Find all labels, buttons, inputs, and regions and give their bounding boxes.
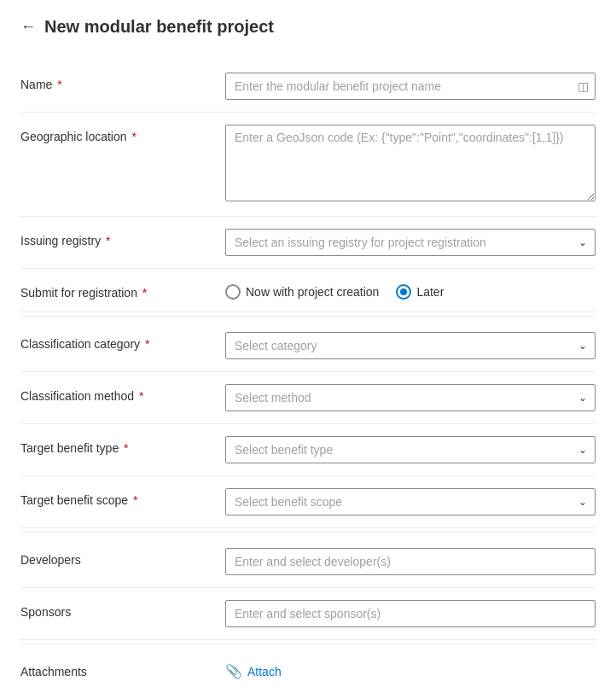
classification-category-select-wrapper: Select category ⌄ bbox=[225, 332, 596, 359]
issuing-registry-row: Issuing registry * Select an issuing reg… bbox=[20, 217, 596, 269]
issuing-registry-select[interactable]: Select an issuing registry for project r… bbox=[225, 229, 596, 256]
geographic-location-row: Geographic location * bbox=[20, 113, 596, 217]
radio-now-circle bbox=[225, 284, 241, 300]
classification-method-row: Classification method * Select method ⌄ bbox=[20, 372, 596, 424]
geo-required: * bbox=[129, 130, 137, 143]
attachments-control: 📎 Attach bbox=[225, 660, 596, 679]
form-section: Name * ◫ Geographic location * Issuing r… bbox=[20, 61, 596, 691]
classification-method-control: Select method ⌄ bbox=[225, 384, 596, 411]
method-required: * bbox=[136, 389, 143, 403]
submit-registration-label: Submit for registration * bbox=[20, 281, 225, 300]
geographic-location-label: Geographic location * bbox=[20, 125, 225, 143]
scope-required: * bbox=[130, 493, 137, 507]
attachments-label: Attachments bbox=[20, 660, 225, 678]
attach-label: Attach bbox=[247, 665, 282, 678]
target-benefit-scope-select-wrapper: Select benefit scope ⌄ bbox=[225, 488, 596, 515]
type-required: * bbox=[120, 441, 128, 455]
developers-row: Developers bbox=[20, 536, 596, 588]
radio-later-label: Later bbox=[416, 285, 444, 299]
issuing-registry-label: Issuing registry * bbox=[20, 229, 225, 248]
name-row: Name * ◫ bbox=[20, 61, 596, 113]
sponsors-label: Sponsors bbox=[20, 600, 225, 619]
radio-group: Now with project creation Later bbox=[225, 281, 596, 300]
sponsors-control bbox=[225, 600, 596, 627]
developers-input[interactable] bbox=[225, 548, 596, 575]
geographic-location-control bbox=[225, 125, 596, 204]
developers-label: Developers bbox=[20, 548, 225, 567]
sponsors-input[interactable] bbox=[225, 600, 596, 627]
section-divider-2 bbox=[20, 532, 596, 533]
header: ← New modular benefit project bbox=[20, 17, 596, 37]
geographic-location-input[interactable] bbox=[225, 125, 596, 201]
attachments-row: Attachments 📎 Attach bbox=[20, 648, 596, 691]
classification-category-control: Select category ⌄ bbox=[225, 332, 596, 359]
name-icon: ◫ bbox=[578, 79, 589, 93]
attach-button[interactable]: 📎 Attach bbox=[225, 660, 596, 679]
name-input-wrapper: ◫ bbox=[225, 73, 596, 100]
page-container: ← New modular benefit project Name * ◫ G… bbox=[0, 0, 616, 693]
paperclip-icon: 📎 bbox=[225, 663, 242, 679]
issuing-registry-control: Select an issuing registry for project r… bbox=[225, 229, 596, 256]
name-label: Name * bbox=[20, 73, 225, 91]
target-benefit-scope-select[interactable]: Select benefit scope bbox=[225, 488, 596, 515]
sponsors-row: Sponsors bbox=[20, 588, 596, 640]
target-benefit-type-control: Select benefit type ⌄ bbox=[225, 436, 596, 463]
developers-control bbox=[225, 548, 596, 575]
name-control: ◫ bbox=[225, 73, 596, 100]
classification-method-select[interactable]: Select method bbox=[225, 384, 596, 411]
classification-method-select-wrapper: Select method ⌄ bbox=[225, 384, 596, 411]
cat-required: * bbox=[142, 337, 149, 351]
classification-method-label: Classification method * bbox=[20, 384, 225, 403]
issuing-registry-select-wrapper: Select an issuing registry for project r… bbox=[225, 229, 596, 256]
radio-later[interactable]: Later bbox=[396, 284, 444, 300]
classification-category-select[interactable]: Select category bbox=[225, 332, 596, 359]
target-benefit-type-row: Target benefit type * Select benefit typ… bbox=[20, 424, 596, 476]
name-input[interactable] bbox=[225, 73, 596, 100]
radio-now-label: Now with project creation bbox=[246, 285, 379, 299]
submit-required: * bbox=[139, 286, 147, 300]
back-button[interactable]: ← bbox=[20, 18, 36, 36]
target-benefit-type-label: Target benefit type * bbox=[20, 436, 225, 455]
issuing-required: * bbox=[102, 234, 110, 248]
submit-registration-row: Submit for registration * Now with proje… bbox=[20, 269, 596, 312]
target-benefit-scope-control: Select benefit scope ⌄ bbox=[225, 488, 596, 515]
target-benefit-type-select[interactable]: Select benefit type bbox=[225, 436, 596, 463]
page-title: New modular benefit project bbox=[44, 17, 274, 37]
radio-later-circle bbox=[396, 284, 411, 300]
target-benefit-scope-label: Target benefit scope * bbox=[20, 488, 225, 507]
target-benefit-type-select-wrapper: Select benefit type ⌄ bbox=[225, 436, 596, 463]
section-divider-1 bbox=[20, 316, 596, 317]
radio-now[interactable]: Now with project creation bbox=[225, 284, 379, 300]
classification-category-row: Classification category * Select categor… bbox=[20, 320, 596, 372]
target-benefit-scope-row: Target benefit scope * Select benefit sc… bbox=[20, 476, 596, 528]
section-divider-3 bbox=[20, 644, 596, 644]
classification-category-label: Classification category * bbox=[20, 332, 225, 351]
submit-registration-control: Now with project creation Later bbox=[225, 281, 596, 300]
name-required: * bbox=[54, 78, 61, 91]
